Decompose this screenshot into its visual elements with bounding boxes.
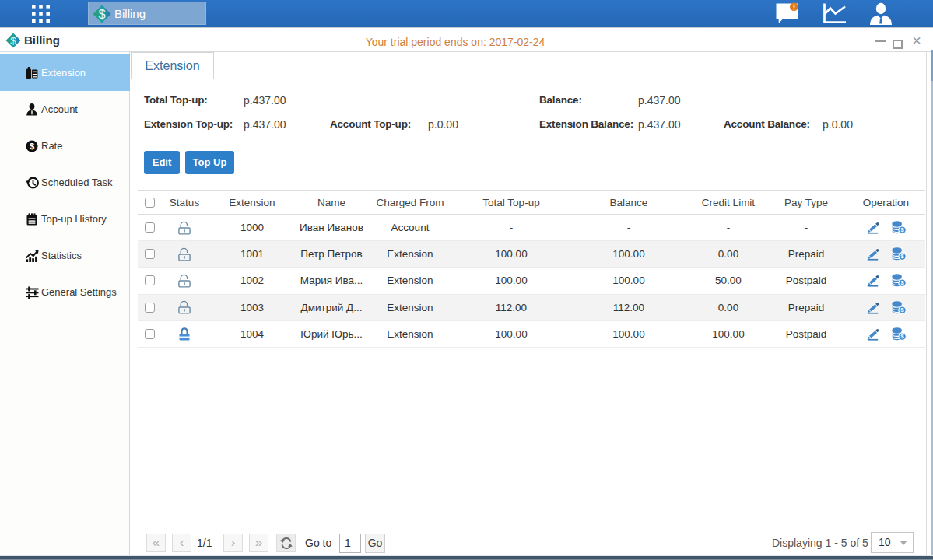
svg-text:$: $ <box>98 7 105 21</box>
svg-text:$: $ <box>30 142 34 151</box>
svg-text:$: $ <box>10 35 16 47</box>
